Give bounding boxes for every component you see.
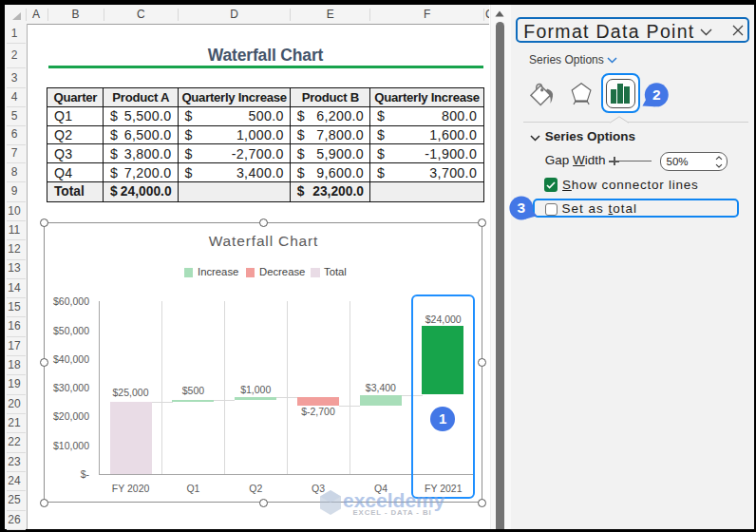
svg-text:2: 2 bbox=[652, 86, 661, 103]
svg-text:EXCEL - DATA - BI: EXCEL - DATA - BI bbox=[353, 508, 432, 517]
svg-text:3: 3 bbox=[518, 200, 526, 216]
